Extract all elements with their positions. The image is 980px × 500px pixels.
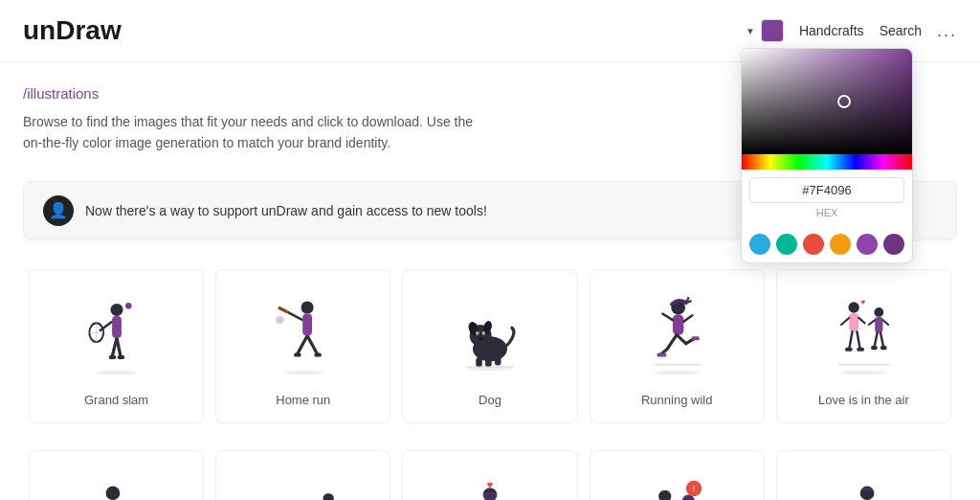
illustration-card-surfing[interactable] (776, 450, 951, 500)
svg-rect-60 (876, 317, 883, 332)
preset-orange[interactable] (830, 234, 851, 255)
grand-slam-svg (74, 290, 160, 376)
preset-purple-light[interactable] (857, 234, 878, 255)
relax-svg: ♥ (447, 471, 533, 500)
baby-svg (74, 471, 160, 500)
chevron-down-icon: ▼ (746, 26, 755, 36)
svg-line-54 (858, 317, 865, 323)
svg-point-30 (483, 332, 485, 334)
illustration-img-running-wild (606, 285, 748, 381)
header: unDraw ▼ Handcrafts Search ... HEX (0, 0, 980, 62)
running-wild-svg (634, 290, 720, 376)
search-link[interactable]: Search (880, 23, 922, 38)
hex-input[interactable] (749, 177, 904, 203)
illustration-img-surfing (792, 466, 935, 500)
svg-rect-45 (657, 352, 667, 356)
banner-text: Now there's a way to support unDraw and … (85, 203, 487, 218)
illustration-img-baby (45, 466, 188, 500)
color-swatch[interactable] (761, 19, 784, 42)
svg-rect-34 (495, 356, 501, 366)
svg-rect-2 (112, 316, 122, 338)
love-in-air-svg: ♥ (820, 290, 906, 376)
hue-slider[interactable] (742, 154, 912, 170)
svg-line-15 (287, 312, 302, 320)
illustrations-row2: ♥ (0, 437, 980, 500)
svg-rect-33 (485, 357, 492, 367)
dog-svg (447, 290, 533, 376)
svg-point-36 (655, 370, 699, 375)
svg-text:♥: ♥ (487, 479, 494, 490)
svg-point-88 (323, 493, 333, 500)
svg-point-99 (658, 489, 671, 500)
illustration-card-washing[interactable] (215, 450, 390, 500)
illustration-label-grand-slam: Grand slam (84, 393, 148, 407)
illustration-img-grand-slam (45, 285, 188, 381)
banner-icon: 👤 (43, 195, 74, 226)
illustration-card-grand-slam[interactable]: Grand slam (29, 269, 204, 423)
svg-point-51 (849, 302, 859, 312)
svg-rect-20 (314, 352, 321, 356)
svg-point-0 (97, 370, 136, 375)
svg-point-29 (477, 332, 479, 334)
svg-line-43 (677, 334, 686, 343)
svg-point-21 (276, 316, 283, 324)
svg-line-40 (684, 315, 693, 322)
svg-line-63 (875, 332, 878, 348)
svg-rect-58 (858, 348, 864, 352)
svg-line-41 (667, 334, 677, 349)
hero-description: Browse to find the images that fit your … (23, 111, 482, 154)
illustration-img-home-run (232, 285, 374, 381)
illustration-card-running-wild[interactable]: Running wild (590, 269, 765, 423)
svg-point-69 (105, 486, 120, 500)
color-picker-popup: HEX (741, 48, 913, 263)
svg-rect-66 (880, 346, 887, 350)
svg-rect-32 (476, 357, 482, 367)
illustration-card-love-in-air[interactable]: ♥ Love is in the air (776, 269, 951, 423)
illustration-card-dog[interactable]: Dog (402, 269, 577, 423)
svg-rect-57 (846, 348, 853, 352)
svg-text:♥: ♥ (861, 298, 866, 307)
illustration-label-running-wild: Running wild (641, 393, 712, 407)
handcrafts-link[interactable]: Handcrafts (799, 23, 864, 38)
svg-point-11 (125, 303, 132, 309)
illustration-card-relax[interactable]: ♥ (402, 450, 577, 500)
color-gradient[interactable] (742, 49, 912, 154)
illustration-img-love-in-air: ♥ (792, 285, 935, 381)
svg-line-18 (307, 335, 318, 354)
svg-line-56 (858, 331, 860, 349)
color-input-area: HEX (742, 170, 912, 226)
logo: unDraw (23, 15, 122, 46)
svg-line-62 (883, 320, 889, 325)
hex-label: HEX (749, 207, 904, 218)
svg-rect-10 (117, 355, 123, 359)
preset-red[interactable] (803, 234, 824, 255)
svg-line-61 (869, 320, 876, 325)
svg-rect-52 (850, 313, 859, 332)
illustration-label-dog: Dog (479, 393, 501, 407)
illustration-img-dating: ! (606, 466, 748, 500)
svg-point-1 (110, 304, 122, 316)
surfing-svg (820, 471, 906, 500)
preset-purple-dark[interactable] (883, 234, 904, 255)
svg-line-64 (880, 332, 883, 348)
svg-rect-46 (692, 336, 700, 340)
svg-rect-14 (302, 313, 312, 335)
svg-line-39 (662, 313, 673, 320)
svg-point-12 (283, 370, 323, 375)
svg-line-53 (841, 317, 849, 324)
color-picker-trigger[interactable]: ▼ (746, 19, 784, 42)
illustration-card-home-run[interactable]: Home run (215, 269, 390, 423)
home-run-svg (260, 290, 346, 376)
illustrations-row1: Grand slam Home run (0, 256, 980, 437)
more-button[interactable]: ... (937, 21, 957, 41)
preset-sky-blue[interactable] (749, 234, 770, 255)
svg-line-17 (297, 335, 307, 354)
svg-rect-65 (872, 346, 879, 350)
color-indicator[interactable] (837, 95, 851, 108)
illustration-card-dating[interactable]: ! (590, 450, 765, 500)
svg-rect-19 (294, 352, 301, 356)
illustration-img-dog (418, 285, 561, 381)
preset-teal[interactable] (776, 234, 797, 255)
nav-area: ▼ Handcrafts Search ... (746, 19, 957, 42)
illustration-card-baby[interactable] (29, 450, 204, 500)
